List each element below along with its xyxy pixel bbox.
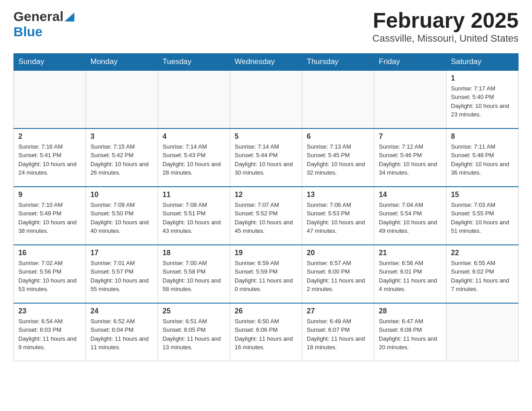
day-number: 25 bbox=[163, 307, 225, 315]
calendar-week-3: 9Sunrise: 7:10 AM Sunset: 5:49 PM Daylig… bbox=[14, 187, 519, 245]
day-number: 1 bbox=[451, 74, 514, 82]
weekday-header-tuesday: Tuesday bbox=[158, 53, 230, 70]
calendar-cell bbox=[14, 70, 86, 128]
title-block: February 2025 Cassville, Missouri, Unite… bbox=[373, 9, 519, 44]
weekday-header-wednesday: Wednesday bbox=[230, 53, 302, 70]
weekday-header-thursday: Thursday bbox=[302, 53, 374, 70]
calendar-week-2: 2Sunrise: 7:16 AM Sunset: 5:41 PM Daylig… bbox=[14, 128, 519, 187]
day-number: 12 bbox=[235, 191, 297, 199]
day-info: Sunrise: 7:01 AM Sunset: 5:57 PM Dayligh… bbox=[90, 259, 153, 294]
day-info: Sunrise: 6:55 AM Sunset: 6:02 PM Dayligh… bbox=[451, 259, 514, 294]
day-number: 13 bbox=[307, 191, 369, 199]
calendar-cell: 22Sunrise: 6:55 AM Sunset: 6:02 PM Dayli… bbox=[446, 245, 519, 303]
calendar-cell: 11Sunrise: 7:08 AM Sunset: 5:51 PM Dayli… bbox=[158, 187, 230, 245]
day-info: Sunrise: 7:17 AM Sunset: 5:40 PM Dayligh… bbox=[451, 84, 514, 119]
day-number: 9 bbox=[18, 191, 81, 199]
logo: General Blue bbox=[13, 9, 74, 39]
calendar-cell: 21Sunrise: 6:56 AM Sunset: 6:01 PM Dayli… bbox=[374, 245, 446, 303]
day-info: Sunrise: 7:12 AM Sunset: 5:46 PM Dayligh… bbox=[379, 142, 442, 177]
calendar-cell: 16Sunrise: 7:02 AM Sunset: 5:56 PM Dayli… bbox=[14, 245, 86, 303]
day-number: 5 bbox=[235, 133, 297, 141]
page-subtitle: Cassville, Missouri, United States bbox=[373, 33, 519, 44]
day-info: Sunrise: 7:00 AM Sunset: 5:58 PM Dayligh… bbox=[163, 259, 225, 294]
day-info: Sunrise: 6:54 AM Sunset: 6:03 PM Dayligh… bbox=[18, 317, 81, 352]
day-number: 4 bbox=[163, 133, 225, 141]
svg-marker-0 bbox=[64, 13, 74, 21]
day-info: Sunrise: 7:07 AM Sunset: 5:52 PM Dayligh… bbox=[235, 201, 297, 235]
day-info: Sunrise: 7:15 AM Sunset: 5:42 PM Dayligh… bbox=[90, 142, 153, 177]
day-number: 6 bbox=[307, 133, 369, 141]
day-info: Sunrise: 6:59 AM Sunset: 5:59 PM Dayligh… bbox=[235, 259, 297, 294]
day-info: Sunrise: 7:04 AM Sunset: 5:54 PM Dayligh… bbox=[379, 201, 442, 235]
calendar-cell: 2Sunrise: 7:16 AM Sunset: 5:41 PM Daylig… bbox=[14, 128, 86, 187]
day-number: 27 bbox=[307, 307, 369, 315]
day-number: 19 bbox=[235, 249, 297, 257]
calendar-cell: 12Sunrise: 7:07 AM Sunset: 5:52 PM Dayli… bbox=[230, 187, 302, 245]
day-info: Sunrise: 7:14 AM Sunset: 5:44 PM Dayligh… bbox=[235, 142, 297, 177]
day-info: Sunrise: 7:14 AM Sunset: 5:43 PM Dayligh… bbox=[163, 142, 225, 177]
day-info: Sunrise: 7:06 AM Sunset: 5:53 PM Dayligh… bbox=[307, 201, 369, 235]
weekday-header-saturday: Saturday bbox=[446, 53, 519, 70]
day-info: Sunrise: 7:11 AM Sunset: 5:48 PM Dayligh… bbox=[451, 142, 514, 177]
day-info: Sunrise: 6:49 AM Sunset: 6:07 PM Dayligh… bbox=[307, 317, 369, 352]
calendar-cell bbox=[374, 70, 446, 128]
calendar-cell: 5Sunrise: 7:14 AM Sunset: 5:44 PM Daylig… bbox=[230, 128, 302, 187]
day-number: 26 bbox=[235, 307, 297, 315]
page-header: General Blue February 2025 Cassville, Mi… bbox=[13, 9, 519, 44]
day-number: 8 bbox=[451, 133, 514, 141]
weekday-header-sunday: Sunday bbox=[14, 53, 86, 70]
day-info: Sunrise: 6:47 AM Sunset: 6:08 PM Dayligh… bbox=[379, 317, 442, 352]
calendar-cell: 24Sunrise: 6:52 AM Sunset: 6:04 PM Dayli… bbox=[86, 303, 158, 361]
day-number: 18 bbox=[163, 249, 225, 257]
logo-triangle-icon bbox=[64, 13, 74, 21]
calendar-cell bbox=[446, 303, 519, 361]
calendar-cell: 15Sunrise: 7:03 AM Sunset: 5:55 PM Dayli… bbox=[446, 187, 519, 245]
day-number: 28 bbox=[379, 307, 442, 315]
day-number: 14 bbox=[379, 191, 442, 199]
calendar-cell bbox=[230, 70, 302, 128]
day-info: Sunrise: 6:50 AM Sunset: 6:06 PM Dayligh… bbox=[235, 317, 297, 352]
day-number: 3 bbox=[90, 133, 153, 141]
calendar-body: 1Sunrise: 7:17 AM Sunset: 5:40 PM Daylig… bbox=[14, 70, 519, 361]
day-number: 22 bbox=[451, 249, 514, 257]
calendar-cell: 7Sunrise: 7:12 AM Sunset: 5:46 PM Daylig… bbox=[374, 128, 446, 187]
calendar-cell bbox=[86, 70, 158, 128]
logo-general-text: General bbox=[13, 9, 64, 24]
day-info: Sunrise: 6:52 AM Sunset: 6:04 PM Dayligh… bbox=[90, 317, 153, 352]
calendar-cell: 4Sunrise: 7:14 AM Sunset: 5:43 PM Daylig… bbox=[158, 128, 230, 187]
calendar-cell: 25Sunrise: 6:51 AM Sunset: 6:05 PM Dayli… bbox=[158, 303, 230, 361]
calendar-cell: 20Sunrise: 6:57 AM Sunset: 6:00 PM Dayli… bbox=[302, 245, 374, 303]
day-number: 24 bbox=[90, 307, 153, 315]
day-number: 16 bbox=[18, 249, 81, 257]
day-info: Sunrise: 7:13 AM Sunset: 5:45 PM Dayligh… bbox=[307, 142, 369, 177]
weekday-header-friday: Friday bbox=[374, 53, 446, 70]
day-info: Sunrise: 7:09 AM Sunset: 5:50 PM Dayligh… bbox=[90, 201, 153, 235]
calendar-cell: 8Sunrise: 7:11 AM Sunset: 5:48 PM Daylig… bbox=[446, 128, 519, 187]
calendar-cell bbox=[158, 70, 230, 128]
day-number: 10 bbox=[90, 191, 153, 199]
day-number: 23 bbox=[18, 307, 81, 315]
calendar-week-5: 23Sunrise: 6:54 AM Sunset: 6:03 PM Dayli… bbox=[14, 303, 519, 361]
day-info: Sunrise: 6:51 AM Sunset: 6:05 PM Dayligh… bbox=[163, 317, 225, 352]
day-info: Sunrise: 7:02 AM Sunset: 5:56 PM Dayligh… bbox=[18, 259, 81, 294]
calendar-cell: 9Sunrise: 7:10 AM Sunset: 5:49 PM Daylig… bbox=[14, 187, 86, 245]
day-number: 11 bbox=[163, 191, 225, 199]
day-number: 7 bbox=[379, 133, 442, 141]
day-info: Sunrise: 6:56 AM Sunset: 6:01 PM Dayligh… bbox=[379, 259, 442, 294]
weekday-header-monday: Monday bbox=[86, 53, 158, 70]
day-info: Sunrise: 7:03 AM Sunset: 5:55 PM Dayligh… bbox=[451, 201, 514, 235]
weekday-header-row: SundayMondayTuesdayWednesdayThursdayFrid… bbox=[14, 53, 519, 70]
day-number: 2 bbox=[18, 133, 81, 141]
calendar-cell: 19Sunrise: 6:59 AM Sunset: 5:59 PM Dayli… bbox=[230, 245, 302, 303]
calendar-cell: 14Sunrise: 7:04 AM Sunset: 5:54 PM Dayli… bbox=[374, 187, 446, 245]
page-title: February 2025 bbox=[373, 9, 519, 33]
day-info: Sunrise: 7:16 AM Sunset: 5:41 PM Dayligh… bbox=[18, 142, 81, 177]
calendar-cell: 28Sunrise: 6:47 AM Sunset: 6:08 PM Dayli… bbox=[374, 303, 446, 361]
day-number: 21 bbox=[379, 249, 442, 257]
calendar-cell: 17Sunrise: 7:01 AM Sunset: 5:57 PM Dayli… bbox=[86, 245, 158, 303]
calendar-table: SundayMondayTuesdayWednesdayThursdayFrid… bbox=[13, 53, 519, 362]
logo-blue-text: Blue bbox=[13, 24, 43, 39]
day-info: Sunrise: 7:08 AM Sunset: 5:51 PM Dayligh… bbox=[163, 201, 225, 235]
day-info: Sunrise: 6:57 AM Sunset: 6:00 PM Dayligh… bbox=[307, 259, 369, 294]
calendar-week-1: 1Sunrise: 7:17 AM Sunset: 5:40 PM Daylig… bbox=[14, 70, 519, 128]
